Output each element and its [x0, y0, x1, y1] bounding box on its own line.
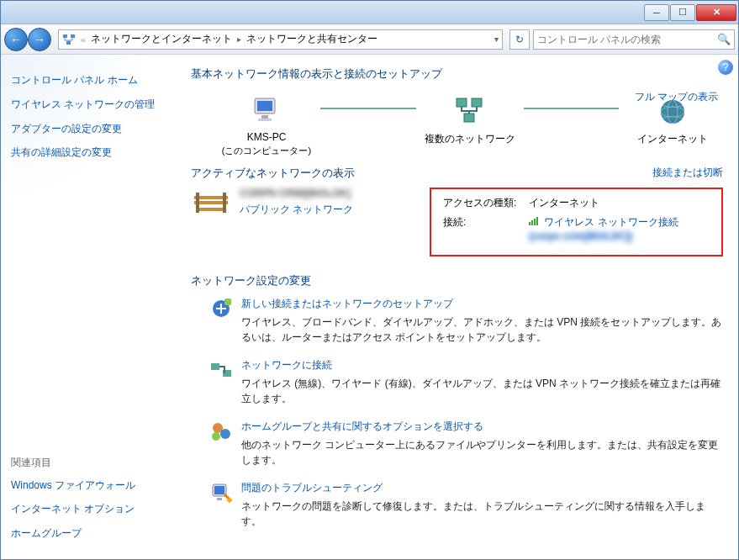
- back-button[interactable]: ←: [4, 28, 28, 51]
- connection-label: 接続:: [443, 215, 519, 244]
- svg-rect-2: [66, 41, 71, 45]
- svg-rect-27: [214, 486, 224, 494]
- svg-rect-28: [217, 498, 222, 500]
- breadcrumb-current[interactable]: ネットワークと共有センター: [246, 32, 377, 46]
- network-name: CORPN CRIM[BIOLOK]: [240, 188, 353, 199]
- window-titlebar: [1, 1, 738, 24]
- svg-point-24: [220, 429, 230, 439]
- setting-item-new-connection: 新しい接続またはネットワークのセットアップ ワイヤレス、ブロードバンド、ダイヤル…: [209, 297, 723, 345]
- sidebar-link-adapter-settings[interactable]: アダプターの設定の変更: [11, 117, 167, 141]
- sidebar-related-internet-options[interactable]: インターネット オプション: [11, 497, 167, 521]
- breadcrumb-dropdown-icon[interactable]: ▾: [494, 34, 499, 44]
- svg-rect-9: [464, 114, 474, 122]
- breadcrumb-sep-icon: ▸: [237, 34, 241, 44]
- network-type-link[interactable]: パブリック ネットワーク: [240, 203, 353, 217]
- setting-link-new-connection[interactable]: 新しい接続またはネットワークのセットアップ: [241, 297, 723, 311]
- active-networks-title: アクティブなネットワークの表示: [191, 166, 355, 181]
- maximize-button[interactable]: [670, 4, 695, 21]
- forward-button[interactable]: →: [28, 28, 51, 51]
- svg-rect-1: [71, 34, 75, 38]
- setting-desc: ワイヤレス、ブロードバンド、ダイヤルアップ、アドホック、または VPN 接続をセ…: [241, 314, 723, 345]
- setting-desc: ワイヤレス (無線)、ワイヤード (有線)、ダイヤルアップ、または VPN ネッ…: [241, 376, 723, 406]
- search-icon: 🔍: [717, 33, 731, 45]
- minimize-button[interactable]: [644, 4, 669, 21]
- network-icon: [62, 33, 76, 46]
- access-type-label: アクセスの種類:: [443, 196, 519, 210]
- sidebar-related-firewall[interactable]: Windows ファイアウォール: [11, 473, 167, 498]
- setting-link-connect-network[interactable]: ネットワークに接続: [241, 358, 723, 372]
- map-line: [524, 108, 620, 109]
- signal-icon: [529, 217, 538, 225]
- setting-item-connect-network: ネットワークに接続 ワイヤレス (無線)、ワイヤード (有線)、ダイヤルアップ、…: [209, 358, 723, 406]
- search-box[interactable]: 🔍: [533, 29, 735, 50]
- search-input[interactable]: [537, 34, 717, 45]
- svg-rect-0: [63, 34, 67, 38]
- svg-rect-5: [261, 115, 268, 119]
- change-settings-title: ネットワーク設定の変更: [191, 273, 723, 288]
- sidebar: コントロール パネル ホーム ワイヤレス ネットワークの管理 アダプターの設定の…: [1, 55, 177, 559]
- access-type-value: インターネット: [529, 196, 599, 210]
- svg-rect-21: [211, 363, 219, 370]
- breadcrumb-overflow: «: [81, 34, 86, 45]
- troubleshoot-icon: [209, 481, 233, 505]
- computer-icon: [250, 93, 283, 127]
- svg-rect-4: [257, 101, 272, 111]
- connection-details-box: アクセスの種類: インターネット 接続: ワイヤレス ネットワーク接続 (cor…: [430, 188, 723, 257]
- svg-rect-18: [199, 208, 223, 211]
- sidebar-link-wireless-manage[interactable]: ワイヤレス ネットワークの管理: [11, 92, 167, 117]
- connection-link[interactable]: ワイヤレス ネットワーク接続: [544, 216, 678, 228]
- setting-link-troubleshoot[interactable]: 問題のトラブルシューティング: [241, 481, 723, 495]
- network-node-icon: [453, 95, 487, 129]
- homegroup-icon: [209, 420, 233, 443]
- svg-rect-17: [223, 193, 226, 213]
- refresh-button[interactable]: ↻: [509, 29, 530, 50]
- page-title: 基本ネットワーク情報の表示と接続のセットアップ: [191, 66, 723, 82]
- svg-rect-6: [258, 119, 272, 121]
- setting-desc: 他のネットワーク コンピューター上にあるファイルやプリンターを利用します。または…: [241, 437, 723, 468]
- close-button[interactable]: [696, 4, 736, 21]
- sidebar-related-homegroup[interactable]: ホームグループ: [11, 521, 167, 546]
- setting-item-troubleshoot: 問題のトラブルシューティング ネットワークの問題を診断して修復します。または、ト…: [209, 481, 723, 529]
- svg-rect-8: [472, 98, 482, 107]
- map-computer-label: KMS-PC: [247, 130, 287, 145]
- main-content: ? 基本ネットワーク情報の表示と接続のセットアップ フル マップの表示 KMS-…: [177, 55, 738, 559]
- connection-detail[interactable]: (corpn crim[BlULDC]): [529, 230, 632, 242]
- map-node-computer[interactable]: KMS-PC (このコンピューター): [216, 93, 317, 157]
- map-internet-label: インターネット: [637, 132, 708, 146]
- sidebar-link-sharing-settings[interactable]: 共有の詳細設定の変更: [11, 140, 167, 165]
- breadcrumb-parent[interactable]: ネットワークとインターネット: [91, 32, 232, 46]
- svg-point-25: [212, 432, 220, 441]
- setting-item-homegroup: ホームグループと共有に関するオプションを選択する 他のネットワーク コンピュータ…: [209, 420, 723, 468]
- svg-rect-20: [224, 298, 231, 305]
- new-connection-icon: [209, 297, 233, 320]
- svg-rect-7: [457, 98, 467, 107]
- connect-disconnect-link[interactable]: 接続または切断: [652, 166, 723, 180]
- connect-network-icon: [209, 358, 233, 382]
- sidebar-home-link[interactable]: コントロール パネル ホーム: [11, 68, 167, 92]
- map-node-network[interactable]: 複数のネットワーク: [420, 95, 520, 156]
- nav-toolbar: ← → « ネットワークとインターネット ▸ ネットワークと共有センター ▾ ↻…: [1, 24, 738, 55]
- map-network-label: 複数のネットワーク: [425, 132, 515, 146]
- svg-rect-16: [196, 193, 199, 213]
- full-map-link[interactable]: フル マップの表示: [635, 90, 718, 104]
- map-computer-sublabel: (このコンピューター): [222, 145, 311, 157]
- address-bar[interactable]: « ネットワークとインターネット ▸ ネットワークと共有センター ▾: [58, 29, 503, 50]
- map-line: [320, 108, 416, 109]
- help-icon[interactable]: ?: [718, 60, 733, 75]
- setting-desc: ネットワークの問題を診断して修復します。または、トラブルシューティングに関する情…: [241, 499, 723, 529]
- park-bench-icon: [191, 188, 231, 218]
- setting-link-homegroup[interactable]: ホームグループと共有に関するオプションを選択する: [241, 420, 723, 434]
- sidebar-related-heading: 関連項目: [11, 449, 167, 473]
